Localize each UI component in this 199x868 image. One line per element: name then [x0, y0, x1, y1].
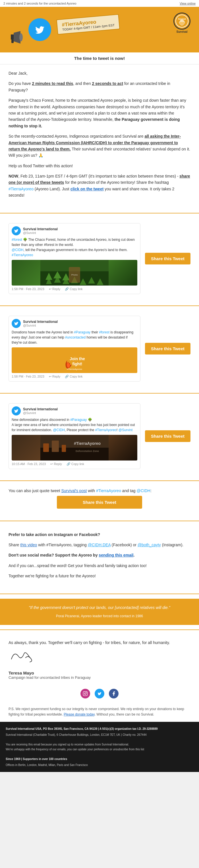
share-tweet-button-4[interactable]: Share this Tweet [57, 496, 142, 509]
footer-line5: Since 1969 | Supporters in over 100 coun… [6, 756, 193, 762]
svg-text:Deforestation Zone: Deforestation Zone [76, 450, 99, 453]
cidh-dea-link[interactable]: @CIDH.DEA [88, 542, 111, 547]
twitter-social-icon[interactable] [95, 689, 104, 699]
survivals-post-link[interactable]: Survival's post [62, 489, 87, 493]
footer: Survival International USA, PO Box 39345… [0, 722, 199, 772]
svg-text:Photo: Photo [71, 274, 78, 276]
survival-text: Survival [173, 30, 191, 33]
tweet-user-info-3: Survival International @Survint [23, 407, 58, 414]
both-cayty-link[interactable]: @both_cayty [137, 542, 161, 547]
orange-quote-box: "If the government doesn't protect our l… [0, 599, 199, 625]
divider1 [0, 213, 199, 213]
tweet-user-info-2: Survival International @Survint [23, 320, 58, 327]
ps-text: P.S. We reject government funding so our… [8, 706, 191, 717]
click-tweet-link[interactable]: click on the tweet [71, 187, 104, 191]
tweet-username-3: Survival International [23, 407, 58, 411]
signature-section: As always, thank you. Together we'll car… [0, 634, 199, 685]
tweet-text-3: New deforestation plans discovered in #P… [12, 417, 137, 433]
tweet-username-1: Survival International [23, 227, 58, 231]
name-title: Teresa Mayo Campaign lead for uncontacte… [8, 671, 191, 680]
svg-text:#TierraAyoreo: #TierraAyoreo [67, 368, 82, 370]
instagram-title: Prefer to take action on Instagram or Fa… [8, 531, 191, 538]
tweet-user-info-1: Survival International @Survint [23, 227, 58, 235]
tweet-card-2: Survival International @Survint Donation… [8, 316, 141, 381]
facebook-social-icon[interactable] [109, 689, 119, 699]
spread-word: And if you can...spread the word! Get yo… [8, 562, 191, 569]
svg-rect-31 [83, 691, 87, 695]
para4: Help us flood Twitter with this action! [8, 163, 191, 169]
tweet-timestamp-3: 10:15 AM · Feb 23, 2023 [12, 462, 46, 466]
tweet-section-1: Survival International @Survint #forest … [0, 218, 199, 301]
email-container: 2 minutes and 2 seconds for the uncontac… [0, 0, 199, 772]
svg-point-32 [84, 693, 86, 694]
divider3 [0, 393, 199, 394]
tweet-footer-1: 1:58 PM · Feb 23, 2023 ↩ Reply 🔗 Copy li… [12, 287, 137, 291]
quote-tweet-text: You can also just quote tweet Survival's… [8, 489, 191, 493]
survival-logo-circle: Survival [173, 12, 191, 30]
tweet-section-3: Survival International @Survint New defo… [0, 398, 199, 476]
no-social-text: Don't use social media? Support the Ayor… [8, 552, 191, 558]
top-bar-left: 2 minutes and 2 seconds for the uncontac… [3, 2, 76, 5]
svg-marker-0 [11, 34, 14, 40]
instagram-section: Prefer to take action on Instagram or Fa… [0, 526, 199, 589]
para1-bold2: 2 seconds to act [92, 81, 123, 86]
para5-bold: share one (or more) of these tweets [8, 174, 190, 185]
tweet-footer-3: 10:15 AM · Feb 23, 2023 ↩ Reply 🔗 Copy l… [12, 462, 137, 466]
tweet-timestamp-2: 1:58 PM · Feb 23, 2023 [12, 375, 44, 378]
tweet-reply-2: ↩ Reply [49, 375, 60, 378]
top-bar: 2 minutes and 2 seconds for the uncontac… [0, 0, 199, 7]
megaphone-icon [8, 29, 26, 47]
instagram-icon[interactable] [80, 689, 90, 699]
footer-line3: You are receiving this email because you… [6, 742, 193, 747]
svg-text:#TierraAyoreo: #TierraAyoreo [74, 441, 101, 446]
tweet-card-row-2: Survival International @Survint Donation… [8, 316, 191, 381]
tweet-card-1: Survival International @Survint #forest … [8, 223, 141, 294]
tweet-header-2: Survival International @Survint [12, 319, 137, 328]
tweet-username-2: Survival International [23, 320, 58, 324]
svg-text:Join the: Join the [70, 356, 85, 361]
ps-text2: . Without you, there can be no Survival. [95, 712, 154, 716]
tweet-image-2: Join the fight! #TierraAyoreo [12, 347, 137, 373]
tweet-copy-3: 🔗 Copy link [67, 462, 84, 466]
body-content: Dear Jack, Do you have 2 minutes to read… [0, 64, 199, 208]
para5-now: NOW [8, 174, 18, 178]
tweet-text-1: #forest 🌳 The Chaco Forest, home of the … [12, 237, 137, 258]
survival-logo: Survival Survival [173, 12, 191, 33]
this-video-link[interactable]: this video [20, 542, 37, 547]
greeting: Dear Jack, [8, 70, 191, 76]
send-email-link[interactable]: sending this email [98, 553, 133, 557]
share-tweet-button-1[interactable]: Share this Tweet [145, 253, 191, 265]
para2-bold: the Paraguay government is doing nothing… [8, 117, 180, 128]
footer-line4: We're unhappy with the frequency of our … [6, 747, 193, 752]
together-para: Together we're fighting for a future for… [8, 573, 191, 579]
quote-attribution: Porai Picanerai, Ayoreo leader forced in… [8, 613, 191, 619]
no-social-title: Don't use social media? Support the Ayor… [8, 553, 98, 557]
tweet-card-row-1: Survival International @Survint #forest … [8, 223, 191, 294]
divider4 [0, 480, 199, 481]
twitter-bird-icon [29, 18, 51, 41]
hashtag-sign: #TierraAyoreo TODAY 4-6pm GMT / 11am-1pm… [56, 14, 120, 34]
header-banner: #TierraAyoreo TODAY 4-6pm GMT / 11am-1pm… [0, 7, 199, 53]
footer-line2: Survival International (Charitable Trust… [6, 732, 193, 737]
view-online-link[interactable]: View online [180, 2, 196, 5]
svg-rect-28 [62, 445, 66, 452]
tweet-footer-2: 1:58 PM · Feb 23, 2023 ↩ Reply 🔗 Copy li… [12, 375, 137, 378]
para2: Paraguay's Chaco Forest, home to the unc… [8, 97, 191, 129]
share-tweet-button-3[interactable]: Share this Tweet [145, 430, 191, 442]
quote-hashtag: #TierraAyoreo [96, 489, 121, 493]
tweet-header-3: Survival International @Survint [12, 406, 137, 415]
tweet-handle-2: @Survint [23, 324, 58, 327]
tweet-reply-1: ↩ Reply [49, 287, 60, 291]
quote-tweet-section: You can also just quote tweet Survival's… [0, 486, 199, 516]
social-icons-row [0, 685, 199, 702]
ps-section: P.S. We reject government funding so our… [0, 702, 199, 722]
tweet-card-row-3: Survival International @Survint New defo… [8, 403, 191, 469]
tweet-avatar-3 [12, 406, 21, 415]
footer-line1: Survival International USA, PO Box 39345… [6, 726, 193, 731]
share-tweet-button-2[interactable]: Share this Tweet [145, 343, 191, 354]
signer-name: Teresa Mayo [8, 671, 191, 675]
tweet-copy-2: 🔗 Copy link [65, 375, 82, 378]
divider6 [0, 594, 199, 594]
donate-link[interactable]: Please donate today [64, 712, 95, 716]
svg-rect-27 [52, 440, 59, 452]
